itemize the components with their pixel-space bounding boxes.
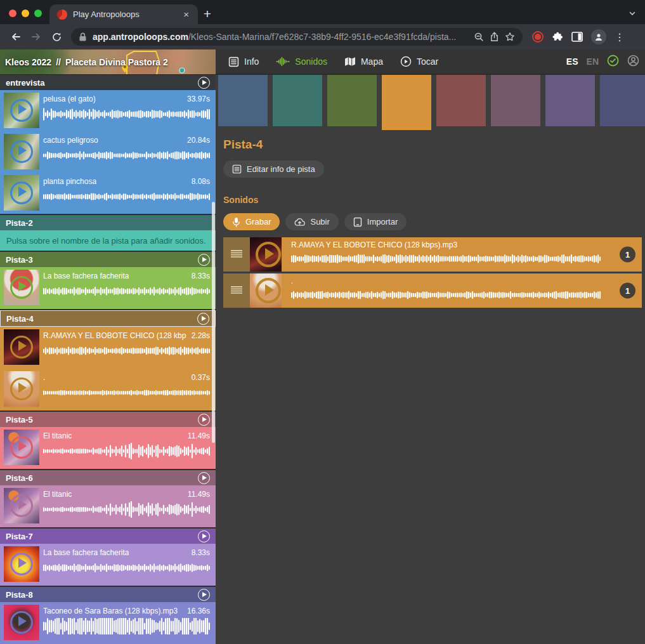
nav-item-info[interactable]: Info <box>228 56 259 67</box>
sound-row[interactable]: .1 <box>223 273 642 308</box>
track-color-swatch-7[interactable] <box>545 75 595 126</box>
nav-item-label: Sonidos <box>295 56 327 67</box>
sound-drag-handle[interactable] <box>223 273 250 308</box>
track-header-pista-3[interactable]: Pista-3 <box>0 252 216 267</box>
track-header-pista-8[interactable]: Pista-8 <box>0 587 216 602</box>
clip-item[interactable]: El titanic11.49s <box>0 427 216 469</box>
address-bar[interactable]: app.antropoloops.com/Kleos-Santa-Marina/… <box>71 28 523 46</box>
nav-item-sonidos[interactable]: Sonidos <box>276 56 327 67</box>
share-icon[interactable] <box>490 32 499 42</box>
track-color-swatch-4[interactable] <box>382 75 431 130</box>
track-play-button[interactable] <box>198 77 210 89</box>
clip-play-button[interactable] <box>10 140 33 163</box>
track-play-button[interactable] <box>197 313 209 325</box>
breadcrumb-project-link[interactable]: Kleos 2022 <box>5 57 51 67</box>
track-header-pista-5[interactable]: Pista-5 <box>0 412 216 427</box>
profile-avatar[interactable] <box>591 29 606 44</box>
track-color-swatch-3[interactable] <box>327 75 377 126</box>
clip-thumbnail <box>4 93 39 128</box>
track-header-pista-6[interactable]: Pista-6 <box>0 470 216 485</box>
sound-drag-handle[interactable] <box>223 237 250 272</box>
check-circle-icon[interactable] <box>607 55 619 69</box>
zoom-window-button[interactable] <box>34 10 42 17</box>
track-section-pista-7: Pista-7La base fachera facherita8.33s <box>0 529 216 586</box>
browser-menu-icon[interactable]: ⋮ <box>615 31 625 43</box>
clip-titlebar: R.AMAYA Y EL BOBOTE CHICO (128 kbps)....… <box>43 331 210 340</box>
clip-play-button[interactable] <box>10 336 33 358</box>
clip-item[interactable]: planta pinchosa8.08s <box>0 173 216 214</box>
browser-tab[interactable]: Play Antropoloops × <box>49 4 198 24</box>
track-header-entrevista[interactable]: entrevista <box>0 75 216 90</box>
language-en[interactable]: EN <box>587 56 599 67</box>
importar-button[interactable]: Importar <box>344 213 407 230</box>
sound-row[interactable]: R.AMAYA Y EL BOBOTE CHICO (128 kbps).mp3… <box>223 237 642 272</box>
zoom-out-icon[interactable] <box>474 32 484 42</box>
track-play-button[interactable] <box>198 589 210 601</box>
clip-item[interactable]: cactus peligroso20.84s <box>0 131 216 173</box>
clip-item[interactable]: La base fachera facherita8.33s <box>0 267 216 309</box>
reload-icon[interactable] <box>47 27 66 46</box>
close-window-button[interactable] <box>9 10 16 17</box>
clip-play-button[interactable] <box>10 553 33 575</box>
clip-item[interactable]: R.AMAYA Y EL BOBOTE CHICO (128 kbps)....… <box>0 327 216 369</box>
track-header-pista-2[interactable]: Pista-2 <box>0 215 216 230</box>
track-color-swatch-2[interactable] <box>273 75 322 126</box>
sound-body: . <box>282 273 642 308</box>
track-color-swatch-1[interactable] <box>218 75 268 126</box>
sound-play-button[interactable] <box>256 242 281 267</box>
sidebar-scrollbar-thumb[interactable] <box>212 202 215 443</box>
tab-close-icon[interactable]: × <box>182 8 190 20</box>
grabar-button[interactable]: Grabar <box>223 213 280 230</box>
track-color-swatch-6[interactable] <box>491 75 540 126</box>
clip-item[interactable]: La base fachera facherita8.33s <box>0 544 216 586</box>
bookmark-star-icon[interactable] <box>505 32 515 42</box>
clip-play-button[interactable] <box>10 436 33 459</box>
nav-item-tocar[interactable]: Tocar <box>400 56 438 67</box>
sound-list: R.AMAYA Y EL BOBOTE CHICO (128 kbps).mp3… <box>223 237 642 308</box>
clip-item[interactable]: El titanic11.49s <box>0 485 216 527</box>
subir-button[interactable]: Subir <box>285 213 338 230</box>
main-panel: InfoSonidosMapaTocarESEN Pista-4 Editar … <box>216 49 645 644</box>
minimize-window-button[interactable] <box>22 10 29 17</box>
sound-play-button[interactable] <box>256 278 281 303</box>
language-es[interactable]: ES <box>566 56 578 67</box>
device-import-icon <box>353 217 362 227</box>
nav-item-mapa[interactable]: Mapa <box>344 56 383 67</box>
clip-play-button[interactable] <box>10 99 33 122</box>
side-panel-icon[interactable] <box>571 32 583 42</box>
track-name: Pista-6 <box>6 473 33 483</box>
clip-play-button[interactable] <box>10 494 33 517</box>
track-play-button[interactable] <box>198 254 210 266</box>
browser-tab-strip: Play Antropoloops × + <box>0 0 645 24</box>
clip-item[interactable]: pelusa (el gato)33.97s <box>0 90 216 131</box>
lock-icon[interactable] <box>79 32 87 42</box>
track-play-button[interactable] <box>198 530 210 542</box>
track-color-swatch-5[interactable] <box>436 75 486 126</box>
clip-title: planta pinchosa <box>43 177 96 186</box>
clip-play-button[interactable] <box>10 378 33 400</box>
track-header-pista-7[interactable]: Pista-7 <box>0 529 216 544</box>
tab-search-chevron-icon[interactable] <box>629 8 636 20</box>
nav-item-label: Tocar <box>417 56 438 67</box>
account-icon[interactable] <box>627 55 639 69</box>
track-color-swatch-8[interactable] <box>600 75 645 126</box>
sound-title: . <box>291 277 601 286</box>
clip-item[interactable]: .0.37s <box>0 369 216 411</box>
clip-play-button[interactable] <box>10 276 33 299</box>
track-play-button[interactable] <box>198 414 210 426</box>
clip-item[interactable]: Taconeo de Sara Baras (128 kbps).mp316.3… <box>0 602 216 644</box>
clip-thumbnail <box>4 270 39 305</box>
track-header-pista-4[interactable]: Pista-4 <box>0 310 216 327</box>
clip-play-button[interactable] <box>10 181 33 204</box>
record-dot-icon[interactable] <box>531 30 544 43</box>
clip-titlebar: Taconeo de Sara Baras (128 kbps).mp316.3… <box>43 607 210 615</box>
clip-waveform <box>43 106 210 122</box>
back-icon[interactable] <box>6 27 25 46</box>
track-play-button[interactable] <box>198 472 210 484</box>
extensions-puzzle-icon[interactable] <box>552 32 563 43</box>
edit-track-info-button[interactable]: Editar info de pista <box>223 161 324 178</box>
clip-title: La base fachera facherita <box>43 272 129 280</box>
clip-play-button[interactable] <box>10 611 33 634</box>
new-tab-button[interactable]: + <box>198 4 217 23</box>
forward-icon[interactable] <box>27 27 46 46</box>
